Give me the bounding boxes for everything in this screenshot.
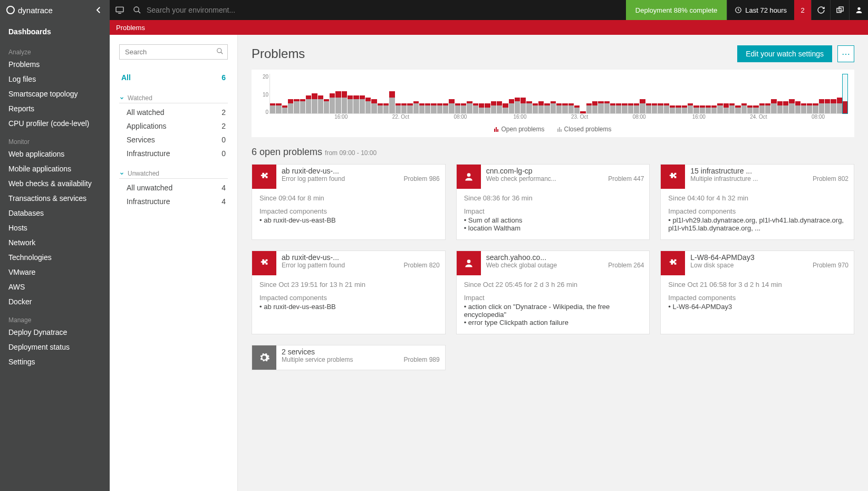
chart-bar[interactable] (724, 103, 729, 113)
chart-bar[interactable] (658, 103, 663, 113)
chart-bar[interactable] (646, 103, 651, 113)
chart-bar[interactable] (467, 101, 472, 113)
chart-bar[interactable] (371, 99, 377, 113)
filter-search-input[interactable] (119, 44, 228, 60)
chart-bar[interactable] (526, 101, 532, 113)
chart-bar[interactable] (777, 101, 783, 113)
chart-bar[interactable] (831, 99, 836, 113)
chart-bar[interactable] (324, 99, 329, 113)
chart-bar[interactable] (717, 103, 722, 113)
chart-bar[interactable] (735, 105, 740, 113)
chart-bar[interactable] (431, 103, 436, 113)
chart-bar[interactable] (330, 93, 335, 113)
problem-card[interactable]: 2 servicesMultiple service problemsProbl… (252, 345, 446, 370)
chart-bar[interactable] (610, 103, 615, 113)
chart-bar[interactable] (288, 99, 293, 113)
chart-bar[interactable] (622, 103, 627, 113)
chart-bar[interactable] (580, 111, 585, 113)
share-icon[interactable] (830, 0, 849, 20)
chart-bar[interactable] (837, 98, 842, 113)
chart-bar[interactable] (574, 105, 580, 113)
chart-bar[interactable] (437, 103, 442, 113)
filter-search-icon[interactable] (216, 47, 224, 55)
filter-item-infrastructure[interactable]: Infrastructure0 (119, 147, 228, 160)
nav-item-web-checks-availability[interactable]: Web checks & availability (0, 176, 110, 191)
deployment-status[interactable]: Deployment 88% complete (626, 0, 727, 20)
chart-bar[interactable] (479, 103, 484, 113)
search-icon[interactable] (133, 6, 141, 14)
chart-bar[interactable] (306, 95, 311, 113)
nav-item-transactions-services[interactable]: Transactions & services (0, 191, 110, 206)
problem-card[interactable]: ab ruxit-dev-us-...Error log pattern fou… (252, 251, 446, 334)
filter-item-applications[interactable]: Applications2 (119, 119, 228, 133)
chart-bar[interactable] (795, 101, 801, 113)
chart-bar[interactable] (664, 103, 669, 113)
chart-bar[interactable] (634, 103, 639, 113)
chart-bar[interactable] (473, 103, 478, 113)
chart-bar[interactable] (771, 99, 776, 113)
chart-bar[interactable] (551, 101, 556, 113)
chart-bar[interactable] (282, 105, 287, 113)
chart-bar[interactable] (443, 103, 448, 113)
filter-item-all-watched[interactable]: All watched2 (119, 105, 228, 119)
problem-card[interactable]: search.yahoo.co...Web check global outag… (456, 251, 650, 334)
alert-badge[interactable]: 2 (794, 0, 811, 20)
edit-watch-settings-button[interactable]: Edit your watch settings (737, 45, 832, 62)
nav-item-cpu-profiler-code-level-[interactable]: CPU profiler (code-level) (0, 116, 110, 131)
chart-bar[interactable] (568, 103, 574, 113)
chart-bar[interactable] (765, 103, 770, 113)
chart-bar[interactable] (515, 98, 520, 113)
filter-item-infrastructure[interactable]: Infrastructure4 (119, 195, 228, 208)
chart-bar[interactable] (389, 91, 394, 113)
chart-bar[interactable] (396, 103, 401, 113)
chart-bar[interactable] (628, 103, 633, 113)
chart-bar[interactable] (378, 103, 383, 113)
chart-bar[interactable] (401, 103, 407, 113)
chart-bar[interactable] (556, 103, 562, 113)
chart-bar[interactable] (759, 103, 765, 113)
chart-bar[interactable] (485, 103, 490, 113)
nav-item-settings[interactable]: Settings (0, 354, 110, 369)
monitor-icon[interactable] (110, 6, 130, 14)
chart-bar[interactable] (753, 105, 758, 113)
chart-bar[interactable] (491, 101, 496, 113)
chart-bar[interactable] (706, 105, 711, 113)
timeframe-selector[interactable]: Last 72 hours (727, 0, 794, 20)
chart-bar[interactable] (520, 98, 526, 113)
chart-bar[interactable] (538, 101, 544, 113)
chart-bar[interactable] (640, 99, 645, 113)
nav-item-deployment-status[interactable]: Deployment status (0, 340, 110, 354)
chart-bar[interactable] (544, 103, 549, 113)
chart-bar[interactable] (503, 103, 508, 113)
nav-item-hosts[interactable]: Hosts (0, 220, 110, 235)
nav-item-vmware[interactable]: VMware (0, 265, 110, 280)
chart-bar[interactable] (318, 95, 323, 113)
chart-bar[interactable] (413, 101, 419, 113)
filter-group-watched[interactable]: Watched (119, 85, 228, 103)
chart-bar[interactable] (801, 103, 806, 113)
more-actions-button[interactable]: ⋯ (837, 45, 854, 62)
chart-bar[interactable] (693, 105, 699, 113)
chart-bar[interactable] (807, 103, 812, 113)
chart-bar[interactable] (509, 99, 514, 113)
chart-bar[interactable] (497, 101, 502, 113)
problem-card[interactable]: 15 infrastructure ...Multiple infrastruc… (660, 164, 854, 240)
chart-bar[interactable] (789, 99, 794, 113)
chart-bar[interactable] (348, 95, 353, 113)
nav-item-aws[interactable]: AWS (0, 280, 110, 294)
nav-item-smartscape-topology[interactable]: Smartscape topology (0, 86, 110, 101)
chart-bar[interactable] (276, 103, 281, 113)
refresh-icon[interactable] (811, 0, 830, 20)
chart-bar[interactable] (586, 103, 592, 113)
chart-bar[interactable] (729, 103, 735, 113)
collapse-sidebar-icon[interactable] (94, 5, 103, 15)
nav-item-network[interactable]: Network (0, 235, 110, 250)
chart-bar[interactable] (312, 93, 317, 113)
chart-bar[interactable] (688, 103, 693, 113)
chart-bar[interactable] (741, 103, 747, 113)
chart-bar[interactable] (825, 99, 830, 113)
nav-item-docker[interactable]: Docker (0, 294, 110, 309)
chart-bar[interactable] (711, 105, 717, 113)
chart-bar[interactable] (783, 101, 788, 113)
problem-card[interactable]: cnn.com-lg-cpWeb check performanc...Prob… (456, 164, 650, 240)
